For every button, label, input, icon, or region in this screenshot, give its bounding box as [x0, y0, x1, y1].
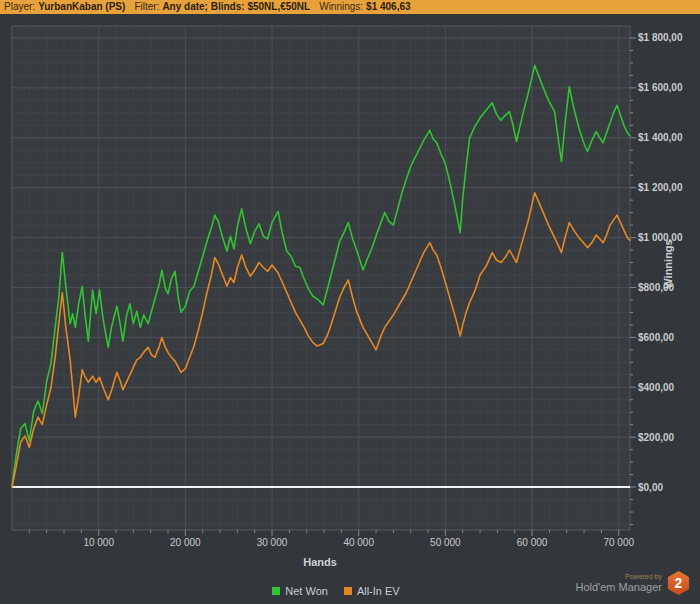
y-axis-title: Winnings: [661, 239, 673, 288]
chart-legend: Net Won All-In EV: [0, 585, 672, 597]
legend-item-all-in-ev[interactable]: All-In EV: [344, 585, 400, 597]
y-tick-label: $0,00: [638, 482, 663, 493]
x-axis-title: Hands: [0, 556, 640, 568]
legend-item-net-won[interactable]: Net Won: [272, 585, 328, 597]
x-tick-label: 50 000: [430, 537, 461, 548]
net-won-swatch-icon: [272, 587, 280, 595]
winnings-value: $1 406,63: [366, 0, 411, 14]
x-tick-label: 20 000: [170, 537, 201, 548]
hm2-logo-icon: 2: [667, 571, 690, 595]
brand-name: Hold'em Manager: [576, 581, 662, 594]
x-tick-label: 70 000: [603, 537, 634, 548]
legend-label: Net Won: [285, 585, 328, 597]
x-tick-label: 30 000: [257, 537, 288, 548]
x-tick-label: 10 000: [83, 537, 114, 548]
y-tick-label: $1 600,00: [638, 82, 683, 93]
holdem-manager-brand: Powered by Hold'em Manager 2: [576, 571, 690, 595]
x-tick-label: 60 000: [517, 537, 548, 548]
filter-value[interactable]: Any date; Blinds: $50NL,€50NL: [162, 0, 310, 14]
player-value[interactable]: YurbanKaban (PS): [38, 0, 125, 14]
filter-bar: Player: YurbanKaban (PS) Filter: Any dat…: [0, 0, 700, 14]
filter-label: Filter:: [134, 0, 159, 14]
all-in-ev-swatch-icon: [344, 587, 352, 595]
winnings-label: Winnings:: [319, 0, 363, 14]
y-tick-label: $1 800,00: [638, 32, 683, 43]
x-tick-label: 40 000: [343, 537, 374, 548]
y-tick-label: $1 000,00: [638, 232, 683, 243]
winnings-chart: $0,00$200,00$400,00$600,00$800,00$1 000,…: [0, 13, 700, 604]
y-tick-label: $400,00: [638, 382, 675, 393]
y-tick-label: $1 400,00: [638, 132, 683, 143]
powered-by-text: Powered by: [625, 572, 662, 581]
y-tick-label: $1 200,00: [638, 182, 683, 193]
y-tick-label: $200,00: [638, 432, 675, 443]
player-label: Player:: [4, 0, 35, 14]
plot-background: [12, 26, 630, 530]
legend-label: All-In EV: [357, 585, 400, 597]
y-tick-label: $600,00: [638, 332, 675, 343]
